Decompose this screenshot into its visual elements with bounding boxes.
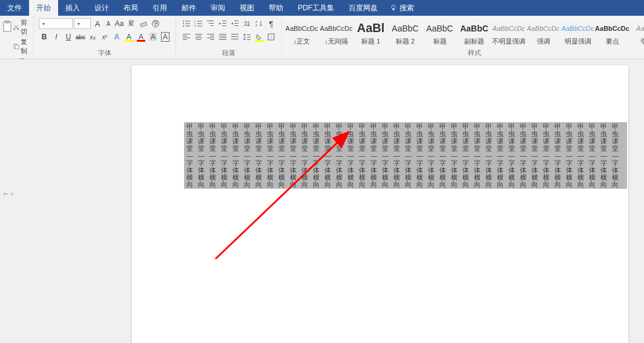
phonetic-guide-button[interactable]: 変 [126,18,137,29]
indent-icon [231,19,239,28]
clear-format-button[interactable] [138,18,149,29]
align-center-icon [194,33,203,41]
text-column: 甲虫课堂—字体横向 [242,122,253,189]
page-area[interactable]: 甲虫课堂—字体横向甲虫课堂—字体横向甲虫课堂—字体横向甲虫课堂—字体横向甲虫课堂… [16,59,644,343]
tab-home[interactable]: 开始 [29,0,58,16]
svg-point-15 [183,25,184,27]
highlight-button[interactable]: A [123,31,134,42]
line-spacing-icon [243,33,251,41]
font-color-button[interactable]: A [136,31,146,42]
decrease-font-button[interactable]: A [104,18,113,29]
svg-rect-16 [185,26,190,27]
style-item-9[interactable]: AaBbCcDc要点 [595,17,629,48]
borders-button[interactable] [266,31,277,42]
paste-icon[interactable] [2,21,12,33]
font-family-dropdown[interactable]: ▾ [39,18,73,29]
style-name: ↓正文 [294,37,310,46]
superscript-button[interactable]: x² [99,31,110,42]
style-item-8[interactable]: AaBbCcDc明显强调 [560,17,595,48]
style-preview: AaBbCcDc [595,20,629,37]
style-item-7[interactable]: AaBbCcDc强调 [526,17,560,48]
style-item-1[interactable]: AaBbCcDc↓无间隔 [319,17,353,48]
svg-rect-50 [219,39,226,40]
svg-rect-43 [207,34,214,34]
tab-view[interactable]: 视图 [232,0,261,16]
workspace: ⊢⊣ 甲虫课堂—字体横向甲虫课堂—字体横向甲虫课堂—字体横向甲虫课堂—字体横向甲… [0,59,644,343]
line-spacing-button[interactable] [242,31,252,42]
svg-rect-42 [196,39,201,40]
align-justify-button[interactable] [217,31,228,42]
multilevel-list-button[interactable] [205,18,216,29]
paragraph-label: 段落 [179,48,279,59]
styles-gallery[interactable]: AaBbCcDc↓正文AaBbCcDc↓无间隔AaBl标题 1AaBbC标题 2… [284,17,644,48]
text-column: 甲虫课堂—字体横向 [564,122,575,189]
strikethrough-button[interactable]: abc [75,31,86,42]
char-border-button[interactable]: A [160,31,171,42]
text-column: 甲虫课堂—字体横向 [380,122,391,189]
bullets-button[interactable] [181,18,192,29]
text-direction-button[interactable]: 文 [242,18,252,29]
sort-button[interactable]: AZ [254,18,264,29]
selected-text-block[interactable]: 甲虫课堂—字体横向甲虫课堂—字体横向甲虫课堂—字体横向甲虫课堂—字体横向甲虫课堂… [184,122,627,189]
subscript-button[interactable]: x₂ [87,31,98,42]
document-page[interactable]: 甲虫课堂—字体横向甲虫课堂—字体横向甲虫课堂—字体横向甲虫课堂—字体横向甲虫课堂… [132,65,628,343]
style-item-10[interactable]: AaBbC引用 [629,17,644,48]
styles-group: AaBbCcDc↓正文AaBbCcDc↓无间隔AaBl标题 1AaBbC标题 2… [282,16,644,59]
tab-design[interactable]: 设计 [87,0,116,16]
style-preview: AaBbC [636,20,644,37]
text-column: 甲虫课堂—字体横向 [426,122,437,189]
ruler-mark: ⊢⊣ [4,191,13,197]
text-column: 甲虫课堂—字体横向 [310,122,322,189]
tab-pdf[interactable]: PDF工具集 [291,0,341,16]
align-center-button[interactable] [193,31,204,42]
change-case-button[interactable]: Aa [114,18,125,29]
shading-button[interactable] [254,31,264,42]
style-name: 副标题 [464,37,484,46]
tab-review[interactable]: 审阅 [203,0,232,16]
style-item-5[interactable]: AaBbC副标题 [457,17,491,48]
align-right-button[interactable] [205,31,216,42]
text-column: 甲虫课堂—字体横向 [460,122,472,189]
text-column: 甲虫课堂—字体横向 [299,122,310,189]
text-column: 甲虫课堂—字体横向 [368,122,380,189]
increase-indent-button[interactable] [229,18,240,29]
tab-baidu[interactable]: 百度网盘 [341,0,385,16]
show-marks-button[interactable]: ¶ [266,18,277,29]
copy-button[interactable]: 复制 [13,38,31,56]
tab-insert[interactable]: 插入 [58,0,87,16]
styles-label: 样式 [284,48,644,59]
enclose-char-button[interactable]: 字 [150,18,161,29]
font-label: 字体 [36,48,173,59]
align-distribute-button[interactable] [229,31,240,42]
bold-button[interactable]: B [39,31,50,42]
decrease-indent-button[interactable] [217,18,228,29]
style-item-4[interactable]: AaBbC标题 [422,17,457,48]
underline-button[interactable]: U [63,31,74,42]
text-column: 甲虫课堂—字体横向 [586,122,598,189]
char-shading-button[interactable]: A [148,31,159,42]
svg-rect-36 [183,36,187,36]
tab-references[interactable]: 引用 [145,0,174,16]
svg-rect-20 [197,24,202,24]
style-item-6[interactable]: AaBbCcDc不明显强调 [491,17,526,48]
tab-file[interactable]: 文件 [0,0,29,16]
search-label: 搜索 [399,3,414,13]
align-left-button[interactable] [181,31,192,42]
search-box[interactable]: 搜索 [385,0,419,16]
svg-rect-27 [222,23,226,24]
increase-font-button[interactable]: A [92,18,103,29]
tab-mail[interactable]: 邮件 [174,0,203,16]
style-item-0[interactable]: AaBbCcDc↓正文 [284,17,319,48]
numbering-button[interactable]: 123 [193,18,204,29]
style-item-2[interactable]: AaBl标题 1 [353,17,388,48]
cut-button[interactable]: 剪切 [13,18,31,36]
font-size-dropdown[interactable]: ▾ [74,18,91,29]
tab-help[interactable]: 帮助 [261,0,291,16]
text-column: 甲虫课堂—字体横向 [414,122,426,189]
tab-layout[interactable]: 布局 [116,0,145,16]
italic-button[interactable]: I [51,31,62,42]
style-item-3[interactable]: AaBbC标题 2 [388,17,422,48]
text-effects-button[interactable]: A [111,31,122,42]
text-column: 甲虫课堂—字体横向 [448,122,460,189]
svg-rect-48 [219,36,226,36]
